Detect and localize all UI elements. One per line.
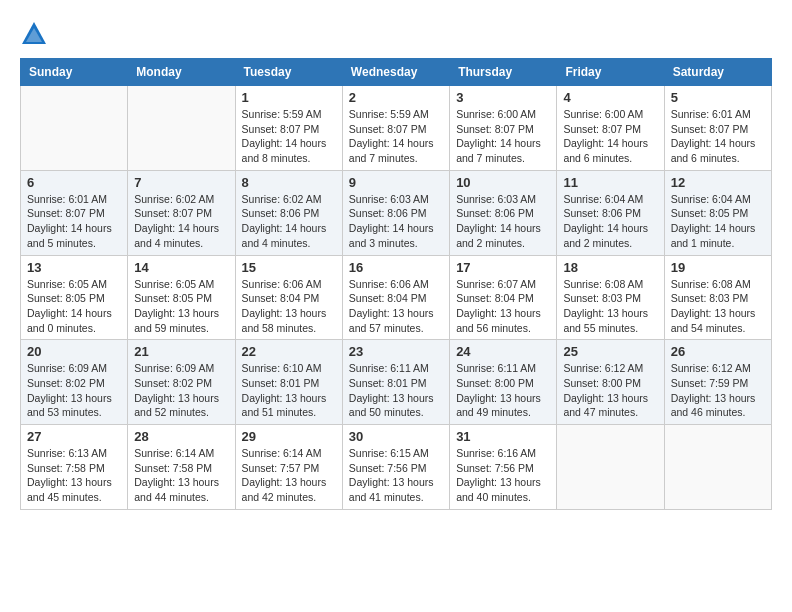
day-number: 11 xyxy=(563,175,657,190)
day-number: 2 xyxy=(349,90,443,105)
day-info: Sunrise: 6:05 AM Sunset: 8:05 PM Dayligh… xyxy=(134,277,228,336)
page-header xyxy=(20,20,772,48)
calendar-header-wednesday: Wednesday xyxy=(342,59,449,86)
day-number: 17 xyxy=(456,260,550,275)
day-number: 27 xyxy=(27,429,121,444)
logo xyxy=(20,20,52,48)
day-number: 1 xyxy=(242,90,336,105)
day-number: 30 xyxy=(349,429,443,444)
calendar-cell: 4Sunrise: 6:00 AM Sunset: 8:07 PM Daylig… xyxy=(557,86,664,171)
day-number: 3 xyxy=(456,90,550,105)
day-number: 5 xyxy=(671,90,765,105)
day-number: 31 xyxy=(456,429,550,444)
calendar-header-tuesday: Tuesday xyxy=(235,59,342,86)
day-info: Sunrise: 6:06 AM Sunset: 8:04 PM Dayligh… xyxy=(242,277,336,336)
day-info: Sunrise: 6:02 AM Sunset: 8:06 PM Dayligh… xyxy=(242,192,336,251)
calendar-cell: 18Sunrise: 6:08 AM Sunset: 8:03 PM Dayli… xyxy=(557,255,664,340)
calendar-cell: 16Sunrise: 6:06 AM Sunset: 8:04 PM Dayli… xyxy=(342,255,449,340)
calendar-week-2: 6Sunrise: 6:01 AM Sunset: 8:07 PM Daylig… xyxy=(21,170,772,255)
calendar-cell: 13Sunrise: 6:05 AM Sunset: 8:05 PM Dayli… xyxy=(21,255,128,340)
day-number: 12 xyxy=(671,175,765,190)
calendar-cell: 3Sunrise: 6:00 AM Sunset: 8:07 PM Daylig… xyxy=(450,86,557,171)
calendar-cell xyxy=(664,425,771,510)
calendar-week-5: 27Sunrise: 6:13 AM Sunset: 7:58 PM Dayli… xyxy=(21,425,772,510)
day-number: 7 xyxy=(134,175,228,190)
day-number: 14 xyxy=(134,260,228,275)
day-info: Sunrise: 6:14 AM Sunset: 7:58 PM Dayligh… xyxy=(134,446,228,505)
calendar-cell: 28Sunrise: 6:14 AM Sunset: 7:58 PM Dayli… xyxy=(128,425,235,510)
calendar-cell: 8Sunrise: 6:02 AM Sunset: 8:06 PM Daylig… xyxy=(235,170,342,255)
day-info: Sunrise: 5:59 AM Sunset: 8:07 PM Dayligh… xyxy=(349,107,443,166)
calendar-cell: 30Sunrise: 6:15 AM Sunset: 7:56 PM Dayli… xyxy=(342,425,449,510)
calendar-cell xyxy=(557,425,664,510)
calendar-cell: 20Sunrise: 6:09 AM Sunset: 8:02 PM Dayli… xyxy=(21,340,128,425)
calendar-cell: 24Sunrise: 6:11 AM Sunset: 8:00 PM Dayli… xyxy=(450,340,557,425)
day-info: Sunrise: 6:01 AM Sunset: 8:07 PM Dayligh… xyxy=(671,107,765,166)
day-number: 26 xyxy=(671,344,765,359)
calendar-header-row: SundayMondayTuesdayWednesdayThursdayFrid… xyxy=(21,59,772,86)
day-info: Sunrise: 6:04 AM Sunset: 8:06 PM Dayligh… xyxy=(563,192,657,251)
day-info: Sunrise: 6:11 AM Sunset: 8:00 PM Dayligh… xyxy=(456,361,550,420)
day-info: Sunrise: 6:00 AM Sunset: 8:07 PM Dayligh… xyxy=(563,107,657,166)
day-number: 9 xyxy=(349,175,443,190)
day-number: 13 xyxy=(27,260,121,275)
calendar-header-sunday: Sunday xyxy=(21,59,128,86)
calendar-cell: 25Sunrise: 6:12 AM Sunset: 8:00 PM Dayli… xyxy=(557,340,664,425)
day-info: Sunrise: 6:01 AM Sunset: 8:07 PM Dayligh… xyxy=(27,192,121,251)
calendar-header-saturday: Saturday xyxy=(664,59,771,86)
calendar-header-thursday: Thursday xyxy=(450,59,557,86)
day-number: 20 xyxy=(27,344,121,359)
calendar-cell: 9Sunrise: 6:03 AM Sunset: 8:06 PM Daylig… xyxy=(342,170,449,255)
day-number: 16 xyxy=(349,260,443,275)
day-info: Sunrise: 6:08 AM Sunset: 8:03 PM Dayligh… xyxy=(563,277,657,336)
calendar-cell: 11Sunrise: 6:04 AM Sunset: 8:06 PM Dayli… xyxy=(557,170,664,255)
calendar-cell: 19Sunrise: 6:08 AM Sunset: 8:03 PM Dayli… xyxy=(664,255,771,340)
day-number: 10 xyxy=(456,175,550,190)
day-info: Sunrise: 6:12 AM Sunset: 8:00 PM Dayligh… xyxy=(563,361,657,420)
calendar-cell: 23Sunrise: 6:11 AM Sunset: 8:01 PM Dayli… xyxy=(342,340,449,425)
day-info: Sunrise: 6:06 AM Sunset: 8:04 PM Dayligh… xyxy=(349,277,443,336)
day-info: Sunrise: 6:15 AM Sunset: 7:56 PM Dayligh… xyxy=(349,446,443,505)
day-info: Sunrise: 6:02 AM Sunset: 8:07 PM Dayligh… xyxy=(134,192,228,251)
day-info: Sunrise: 6:16 AM Sunset: 7:56 PM Dayligh… xyxy=(456,446,550,505)
calendar-cell: 21Sunrise: 6:09 AM Sunset: 8:02 PM Dayli… xyxy=(128,340,235,425)
day-info: Sunrise: 6:03 AM Sunset: 8:06 PM Dayligh… xyxy=(349,192,443,251)
day-number: 23 xyxy=(349,344,443,359)
day-info: Sunrise: 5:59 AM Sunset: 8:07 PM Dayligh… xyxy=(242,107,336,166)
day-info: Sunrise: 6:03 AM Sunset: 8:06 PM Dayligh… xyxy=(456,192,550,251)
calendar-cell: 7Sunrise: 6:02 AM Sunset: 8:07 PM Daylig… xyxy=(128,170,235,255)
calendar-cell xyxy=(128,86,235,171)
day-info: Sunrise: 6:00 AM Sunset: 8:07 PM Dayligh… xyxy=(456,107,550,166)
day-number: 15 xyxy=(242,260,336,275)
day-number: 21 xyxy=(134,344,228,359)
day-number: 19 xyxy=(671,260,765,275)
day-number: 29 xyxy=(242,429,336,444)
calendar-cell: 6Sunrise: 6:01 AM Sunset: 8:07 PM Daylig… xyxy=(21,170,128,255)
day-info: Sunrise: 6:13 AM Sunset: 7:58 PM Dayligh… xyxy=(27,446,121,505)
day-info: Sunrise: 6:07 AM Sunset: 8:04 PM Dayligh… xyxy=(456,277,550,336)
calendar-cell: 10Sunrise: 6:03 AM Sunset: 8:06 PM Dayli… xyxy=(450,170,557,255)
calendar-cell: 2Sunrise: 5:59 AM Sunset: 8:07 PM Daylig… xyxy=(342,86,449,171)
day-info: Sunrise: 6:10 AM Sunset: 8:01 PM Dayligh… xyxy=(242,361,336,420)
calendar-week-1: 1Sunrise: 5:59 AM Sunset: 8:07 PM Daylig… xyxy=(21,86,772,171)
calendar-cell: 29Sunrise: 6:14 AM Sunset: 7:57 PM Dayli… xyxy=(235,425,342,510)
calendar-week-3: 13Sunrise: 6:05 AM Sunset: 8:05 PM Dayli… xyxy=(21,255,772,340)
calendar-cell: 22Sunrise: 6:10 AM Sunset: 8:01 PM Dayli… xyxy=(235,340,342,425)
day-number: 22 xyxy=(242,344,336,359)
calendar-week-4: 20Sunrise: 6:09 AM Sunset: 8:02 PM Dayli… xyxy=(21,340,772,425)
day-info: Sunrise: 6:09 AM Sunset: 8:02 PM Dayligh… xyxy=(134,361,228,420)
calendar-cell: 14Sunrise: 6:05 AM Sunset: 8:05 PM Dayli… xyxy=(128,255,235,340)
day-info: Sunrise: 6:14 AM Sunset: 7:57 PM Dayligh… xyxy=(242,446,336,505)
calendar-cell: 15Sunrise: 6:06 AM Sunset: 8:04 PM Dayli… xyxy=(235,255,342,340)
calendar-cell: 17Sunrise: 6:07 AM Sunset: 8:04 PM Dayli… xyxy=(450,255,557,340)
calendar-header-friday: Friday xyxy=(557,59,664,86)
calendar-cell: 5Sunrise: 6:01 AM Sunset: 8:07 PM Daylig… xyxy=(664,86,771,171)
calendar-header-monday: Monday xyxy=(128,59,235,86)
day-number: 6 xyxy=(27,175,121,190)
day-number: 18 xyxy=(563,260,657,275)
day-number: 4 xyxy=(563,90,657,105)
calendar-cell xyxy=(21,86,128,171)
calendar-cell: 27Sunrise: 6:13 AM Sunset: 7:58 PM Dayli… xyxy=(21,425,128,510)
day-info: Sunrise: 6:11 AM Sunset: 8:01 PM Dayligh… xyxy=(349,361,443,420)
day-number: 25 xyxy=(563,344,657,359)
